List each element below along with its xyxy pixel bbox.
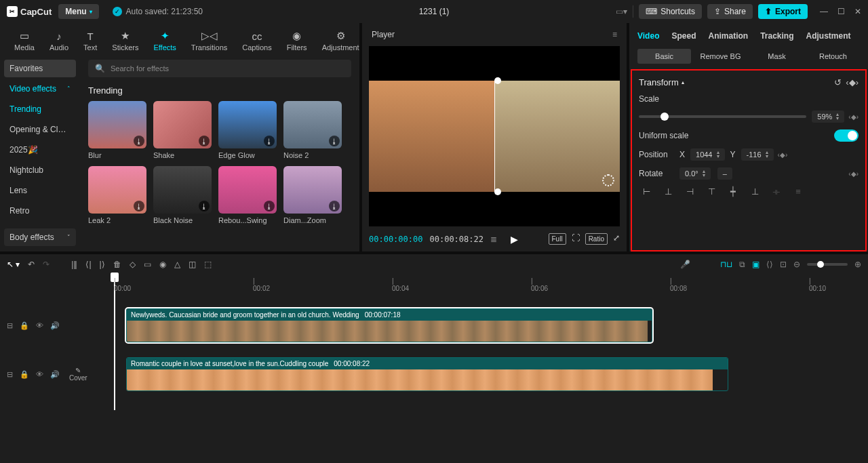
track-eye-icon[interactable]: 👁 bbox=[36, 370, 43, 378]
track-mute-icon[interactable]: 🔊 bbox=[50, 370, 60, 379]
maximize-icon[interactable]: ☐ bbox=[837, 7, 845, 16]
media-tab-audio[interactable]: ♪Audio bbox=[42, 27, 76, 54]
timeline-clip[interactable]: Romantic couple in love at sunset,love i… bbox=[126, 357, 728, 391]
position-x[interactable]: 1044▴▾ bbox=[690, 148, 724, 161]
effect-thumb[interactable]: ⭳ bbox=[283, 166, 342, 214]
close-icon[interactable]: ✕ bbox=[854, 7, 861, 16]
uniform-toggle[interactable] bbox=[834, 129, 859, 142]
transform-heading[interactable]: Transform ▴ bbox=[639, 77, 684, 87]
timeline-clip[interactable]: Newlyweds. Caucasian bride and groom tog… bbox=[126, 308, 652, 342]
download-icon[interactable]: ⭳ bbox=[134, 136, 144, 146]
panel-tab-tracking[interactable]: Tracking bbox=[760, 31, 793, 41]
download-icon[interactable]: ⭳ bbox=[264, 136, 275, 146]
sidebar-opening[interactable]: Opening & Clos... bbox=[4, 121, 76, 138]
ratio-button[interactable]: Ratio bbox=[585, 233, 608, 245]
effect-thumb[interactable]: ⭳ bbox=[88, 101, 146, 148]
preview-viewport[interactable] bbox=[369, 46, 620, 226]
cover-button[interactable]: ✎Cover bbox=[69, 367, 87, 382]
effect-thumb[interactable]: ⭳ bbox=[153, 101, 212, 148]
media-tab-text[interactable]: TText bbox=[76, 27, 104, 54]
mark-icon[interactable]: ◇ bbox=[130, 260, 136, 269]
mic-icon[interactable]: 🎤 bbox=[680, 260, 690, 269]
align-left-icon[interactable]: ⊢ bbox=[639, 186, 654, 197]
media-tab-effects[interactable]: ✦Effects bbox=[146, 27, 183, 54]
zoom-in-icon[interactable]: ⊕ bbox=[854, 260, 861, 269]
track-collapse-icon[interactable]: ⊟ bbox=[7, 370, 13, 379]
align-top-icon[interactable]: ⊤ bbox=[704, 186, 719, 197]
select-tool-icon[interactable]: ↖ ▾ bbox=[7, 260, 20, 269]
speed-icon[interactable]: ◉ bbox=[159, 260, 166, 269]
panel-tab-video[interactable]: Video bbox=[637, 31, 659, 41]
media-tab-captions[interactable]: ccCaptions bbox=[235, 27, 279, 54]
redo-icon[interactable]: ↷ bbox=[43, 260, 50, 269]
mirror-button[interactable]: – bbox=[717, 167, 732, 180]
track-lock-icon[interactable]: 🔒 bbox=[20, 370, 29, 379]
align-hcenter-icon[interactable]: ⊥ bbox=[660, 186, 675, 197]
scale-slider[interactable] bbox=[639, 115, 806, 118]
reset-icon[interactable]: ↺ bbox=[834, 77, 842, 87]
sidebar-2025[interactable]: 2025🎉 bbox=[4, 141, 76, 159]
effect-thumb[interactable]: ⭳ bbox=[283, 101, 342, 148]
trim-right-icon[interactable]: |⟩ bbox=[100, 260, 105, 269]
track-lock-icon[interactable]: 🔒 bbox=[20, 321, 29, 330]
snap-icon[interactable]: ▣ bbox=[752, 260, 760, 269]
effect-thumb[interactable]: ⭳ bbox=[218, 166, 277, 214]
keyframe-icon[interactable]: ‹◆› bbox=[846, 77, 859, 87]
player-menu-icon[interactable]: ≡ bbox=[612, 30, 617, 39]
duplicate-icon[interactable]: ▭ bbox=[144, 260, 151, 269]
panel-tab-adjustment[interactable]: Adjustment bbox=[806, 31, 851, 41]
shortcuts-button[interactable]: ⌨ Shortcuts bbox=[639, 4, 702, 19]
layout-icon[interactable]: ▭▾ bbox=[616, 7, 627, 16]
track-mute-icon[interactable]: 🔊 bbox=[50, 321, 60, 330]
track-option-icon[interactable]: ⊡ bbox=[780, 260, 787, 269]
menu-button[interactable]: Menu▾ bbox=[58, 4, 98, 19]
rotate-value[interactable]: 0.0°▴▾ bbox=[679, 167, 711, 180]
list-icon[interactable]: ≣ bbox=[490, 235, 497, 244]
subtab-basic[interactable]: Basic bbox=[637, 49, 691, 64]
download-icon[interactable]: ⭳ bbox=[264, 201, 275, 212]
export-button[interactable]: ⬆ Export bbox=[758, 4, 808, 19]
link-icon[interactable]: ⧉ bbox=[739, 260, 745, 269]
panel-tab-speed[interactable]: Speed bbox=[671, 31, 696, 41]
position-y[interactable]: -116▴▾ bbox=[741, 148, 774, 161]
track-collapse-icon[interactable]: ⊟ bbox=[7, 321, 13, 330]
scale-value[interactable]: 59%▴▾ bbox=[812, 110, 844, 123]
zoom-slider[interactable] bbox=[807, 263, 848, 266]
undo-icon[interactable]: ↶ bbox=[28, 260, 35, 269]
media-tab-stickers[interactable]: ★Stickers bbox=[104, 27, 146, 54]
align-vcenter-icon[interactable]: ┿ bbox=[726, 186, 741, 197]
sidebar-body-effects[interactable]: Body effects˅ bbox=[4, 228, 76, 246]
sidebar-retro[interactable]: Retro bbox=[4, 202, 76, 220]
delete-icon[interactable]: 🗑 bbox=[113, 260, 121, 269]
effect-thumb[interactable]: ⭳ bbox=[218, 101, 277, 148]
zoom-out-icon[interactable]: ⊖ bbox=[793, 260, 800, 269]
download-icon[interactable]: ⭳ bbox=[199, 136, 210, 146]
distribute-h-icon[interactable]: ⟛ bbox=[769, 186, 784, 197]
download-icon[interactable]: ⭳ bbox=[199, 201, 210, 212]
effect-thumb[interactable]: ⭳ bbox=[153, 166, 212, 214]
download-icon[interactable]: ⭳ bbox=[329, 201, 340, 212]
fullscreen-icon[interactable]: ⤢ bbox=[613, 233, 620, 245]
play-button[interactable]: ▶ bbox=[511, 234, 518, 245]
crop-icon[interactable]: ⬚ bbox=[204, 260, 212, 269]
download-icon[interactable]: ⭳ bbox=[329, 136, 340, 146]
trim-left-icon[interactable]: ⟨| bbox=[85, 260, 91, 269]
media-tab-filters[interactable]: ◉Filters bbox=[279, 27, 315, 54]
subtab-remove-bg[interactable]: Remove BG bbox=[694, 49, 747, 64]
keyframe-icon[interactable]: ‹◆› bbox=[778, 151, 788, 159]
keyframe-icon[interactable]: ‹◆› bbox=[848, 170, 859, 178]
download-icon[interactable]: ⭳ bbox=[134, 201, 144, 212]
reverse-icon[interactable]: △ bbox=[174, 260, 180, 269]
track-eye-icon[interactable]: 👁 bbox=[36, 321, 43, 329]
sidebar-nightclub[interactable]: Nightclub bbox=[4, 161, 76, 179]
scan-icon[interactable]: ⛶ bbox=[572, 233, 580, 245]
sidebar-lens[interactable]: Lens bbox=[4, 182, 76, 199]
distribute-v-icon[interactable]: ≡ bbox=[791, 186, 806, 197]
freeze-icon[interactable]: ◫ bbox=[189, 260, 196, 269]
keyframe-icon[interactable]: ‹◆› bbox=[848, 113, 859, 121]
media-tab-media[interactable]: ▭Media bbox=[7, 27, 42, 54]
subtab-retouch[interactable]: Retouch bbox=[806, 49, 860, 64]
align-right-icon[interactable]: ⊣ bbox=[682, 186, 697, 197]
magnet-icon[interactable]: ⊓⊔ bbox=[720, 260, 732, 269]
minimize-icon[interactable]: — bbox=[820, 7, 828, 16]
